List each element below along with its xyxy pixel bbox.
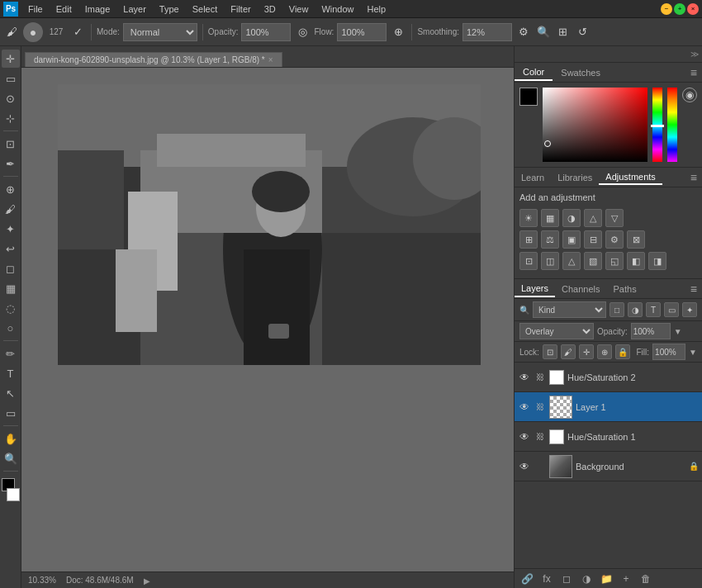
mode-select[interactable]: Normal Multiply Screen Overlay (123, 23, 197, 41)
adjustments-panel-menu[interactable]: ≡ (690, 171, 697, 184)
settings-icon[interactable]: ⚙ (515, 24, 532, 40)
chain-layer1[interactable]: ⛓ (534, 401, 546, 413)
tab-adjustments[interactable]: Adjustments (599, 170, 662, 185)
brightness-adj-btn[interactable]: ☀ (519, 209, 538, 227)
curves-adj-btn[interactable]: ◑ (562, 209, 581, 227)
background-color[interactable] (7, 488, 20, 501)
bw-adj-btn[interactable]: ▣ (562, 230, 581, 249)
gradient-map-adj-btn[interactable]: ▧ (584, 252, 602, 270)
visibility-hue-sat-2[interactable]: 👁 (518, 371, 531, 384)
menu-edit[interactable]: Edit (50, 2, 78, 16)
layer-item-hue-sat-2[interactable]: 👁 ⛓ Hue/Saturation 2 (515, 363, 702, 392)
tab-paths[interactable]: Paths (607, 282, 643, 296)
smoothing-input[interactable]: 12% (462, 23, 512, 41)
color-gradient-main[interactable] (543, 88, 647, 162)
dodge-tool[interactable]: ○ (2, 319, 20, 337)
hand-tool[interactable]: ✋ (2, 429, 20, 448)
status-expand-button[interactable]: ▶ (144, 576, 152, 585)
lock-transparency-btn[interactable]: ⊡ (543, 344, 557, 359)
posterize-adj-btn[interactable]: ◫ (541, 252, 559, 270)
selective-color-adj-btn[interactable]: ◱ (605, 252, 624, 270)
layer-effects-btn[interactable]: fx (539, 571, 554, 586)
visibility-hue-sat-1[interactable]: 👁 (518, 430, 531, 443)
crop-tool[interactable]: ⊡ (2, 135, 20, 153)
marquee-tool[interactable]: ▭ (2, 69, 20, 88)
eraser-tool[interactable]: ◻ (2, 259, 20, 277)
color-mode-button[interactable]: ◉ (682, 88, 697, 102)
healing-tool[interactable]: ⊕ (2, 180, 20, 198)
maximize-button[interactable]: + (674, 3, 685, 15)
rotate-icon[interactable]: ↺ (575, 24, 591, 40)
filter-pixel-btn[interactable]: □ (610, 302, 624, 317)
brush-mode-icon[interactable]: ✓ (69, 24, 86, 40)
search-icon[interactable]: 🔍 (535, 24, 552, 40)
eyedropper-tool[interactable]: ✒ (2, 154, 20, 173)
menu-view[interactable]: View (282, 2, 315, 16)
magic-wand-tool[interactable]: ⊹ (2, 109, 20, 127)
tab-swatches[interactable]: Swatches (553, 65, 609, 80)
menu-layer[interactable]: Layer (116, 2, 153, 16)
lock-image-btn[interactable]: 🖌 (561, 344, 576, 359)
threshold-adj-btn[interactable]: △ (562, 252, 581, 270)
color-panel-menu[interactable]: ≡ (690, 66, 697, 79)
brush-tool[interactable]: 🖌 (2, 200, 20, 218)
filter-kind-select[interactable]: Kind (533, 301, 606, 318)
layers-panel-menu[interactable]: ≡ (690, 282, 697, 296)
layer-item-layer1[interactable]: 👁 ⛓ Layer 1 (515, 392, 702, 422)
fill-value-input[interactable]: 100% (652, 344, 685, 360)
menu-filter[interactable]: Filter (224, 2, 257, 16)
layer-item-hue-sat-1[interactable]: 👁 ⛓ Hue/Saturation 1 (515, 422, 702, 452)
zoom-tool[interactable]: 🔍 (2, 449, 20, 467)
hue-sat-adj-btn[interactable]: ⊞ (519, 230, 538, 249)
opacity-input[interactable]: 100% (241, 23, 291, 41)
opacity-value-input[interactable]: 100% (631, 323, 671, 339)
tab-libraries[interactable]: Libraries (551, 171, 599, 184)
flow-input[interactable]: 100% (337, 23, 387, 41)
document-tab[interactable]: darwin-kong-602890-unsplash.jpg @ 10.3% … (25, 52, 282, 67)
visibility-background[interactable]: 👁 (518, 460, 531, 473)
filter-type-btn[interactable]: T (646, 302, 661, 317)
vibrance-adj-btn[interactable]: ▽ (605, 209, 624, 227)
menu-type[interactable]: Type (153, 2, 186, 16)
color-balance-adj-btn[interactable]: ⚖ (541, 230, 559, 249)
fill-arrow-icon[interactable]: ▼ (689, 348, 697, 357)
airbrush-icon[interactable]: ◎ (294, 24, 311, 40)
new-group-btn[interactable]: 📁 (599, 571, 614, 586)
spectrum-strip[interactable] (667, 88, 677, 162)
filter-smart-btn[interactable]: ✦ (682, 302, 697, 317)
lock-artboard-btn[interactable]: ⊕ (597, 344, 612, 359)
exposure-adj-btn[interactable]: △ (584, 209, 602, 227)
channel-mixer-adj-btn[interactable]: ⚙ (605, 230, 624, 249)
move-tool[interactable]: ✛ (2, 50, 20, 68)
brush-preset-icon[interactable]: ● (23, 22, 43, 42)
shape-tool[interactable]: ▭ (2, 404, 20, 422)
zoom-icon[interactable]: ⊞ (555, 24, 572, 40)
clone-stamp-tool[interactable]: ✦ (2, 220, 20, 238)
menu-select[interactable]: Select (186, 2, 225, 16)
brush-tool-icon[interactable]: 🖌 (3, 24, 20, 40)
color-swatch[interactable] (519, 88, 538, 106)
menu-image[interactable]: Image (78, 2, 117, 16)
lasso-tool[interactable]: ⊙ (2, 89, 20, 107)
adj-extra-2[interactable]: ◨ (648, 252, 666, 270)
tab-color[interactable]: Color (515, 64, 553, 81)
history-brush-tool[interactable]: ↩ (2, 239, 20, 258)
tab-close-button[interactable]: × (268, 55, 273, 64)
tab-layers[interactable]: Layers (515, 281, 555, 297)
blur-tool[interactable]: ◌ (2, 299, 20, 317)
menu-file[interactable]: File (21, 2, 50, 16)
hue-strip[interactable] (652, 88, 662, 162)
new-fill-adj-btn[interactable]: ◑ (579, 571, 594, 586)
opacity-arrow-icon[interactable]: ▼ (674, 327, 682, 336)
blend-mode-select[interactable]: Overlay Normal Multiply Screen (519, 323, 594, 339)
delete-layer-btn[interactable]: 🗑 (638, 571, 653, 586)
menu-window[interactable]: Window (315, 2, 360, 16)
adj-extra-1[interactable]: ◧ (627, 252, 645, 270)
tab-channels[interactable]: Channels (555, 282, 606, 296)
lock-all-btn[interactable]: 🔒 (615, 344, 630, 359)
layer-item-background[interactable]: 👁 Background 🔒 (515, 452, 702, 481)
filter-shape-btn[interactable]: ▭ (664, 302, 679, 317)
chain-hue-sat-1[interactable]: ⛓ (534, 431, 546, 443)
chain-hue-sat-2[interactable]: ⛓ (534, 372, 546, 383)
text-tool[interactable]: T (2, 364, 20, 382)
